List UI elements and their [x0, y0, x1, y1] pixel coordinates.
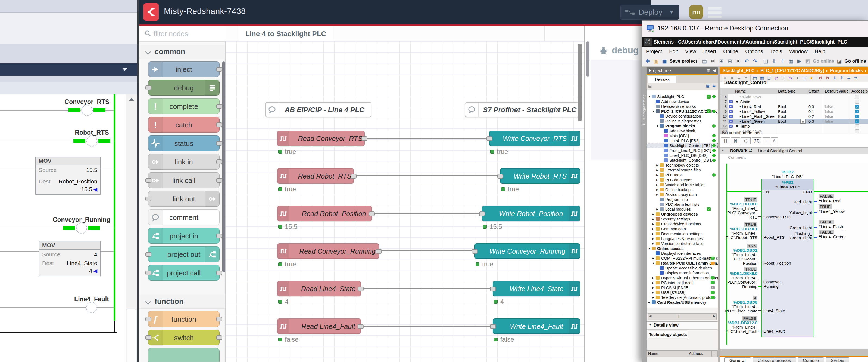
expander-open-icon[interactable]: ▼: [648, 95, 651, 98]
tree-item[interactable]: ▶Ungrouped devices: [647, 212, 718, 217]
flow-wire[interactable]: [354, 175, 500, 176]
flow-wire[interactable]: [365, 138, 489, 139]
input-port[interactable]: [490, 287, 496, 291]
read-node[interactable]: Read Conveyor_Running: [277, 243, 379, 259]
inspector-tab-compile[interactable]: Compile: [798, 357, 824, 362]
expander-closed-icon[interactable]: ▶: [652, 277, 654, 279]
checkbox-empty-icon[interactable]: [855, 124, 859, 128]
project-tree-items[interactable]: ▼Stacklight_PLC✓Add new deviceDevices & …: [647, 90, 718, 308]
editor-toolbar-icon[interactable]: ≋: [853, 75, 859, 81]
ladder-scrollbar-thumb[interactable]: [127, 309, 136, 362]
breadcrumb-item[interactable]: Program blocks: [830, 68, 863, 73]
read-node[interactable]: Read Line4_Fault: [277, 318, 361, 334]
expander-closed-icon[interactable]: ▶: [656, 184, 658, 186]
tree-item[interactable]: ▶Languages & resources: [647, 236, 718, 241]
tree-item[interactable]: ▶Documentation settings: [647, 231, 718, 236]
expander-closed-icon[interactable]: ▶: [652, 218, 654, 220]
expander-closed-icon[interactable]: ▶: [652, 281, 654, 284]
expander-closed-icon[interactable]: ▶: [652, 257, 654, 260]
flow-wire[interactable]: [361, 326, 493, 327]
input-port[interactable]: [145, 85, 151, 90]
tree-horizontal-scrollbar[interactable]: ◀ ▶ |||: [648, 313, 717, 320]
expander-closed-icon[interactable]: ▶: [652, 296, 654, 299]
output-port[interactable]: [216, 335, 222, 340]
write-node[interactable]: Write Conveyor_RTS: [489, 131, 580, 146]
tree-item[interactable]: ▶Cross-device functions: [647, 222, 718, 226]
tree-item[interactable]: ▶COM [RS232/PPI multi-master c...?: [647, 256, 718, 261]
output-port[interactable]: [216, 178, 222, 183]
tag-column-name[interactable]: Name: [734, 88, 776, 94]
monitor-icon[interactable]: ▦: [787, 58, 794, 65]
tag-name-cell[interactable]: ▪ Line4_Red: [734, 104, 776, 109]
tree-item[interactable]: ▶Hyper-V Virtual Ethernet Adapter: [647, 275, 718, 280]
palette-node-link out[interactable]: link out: [148, 191, 220, 206]
tag-datatype-cell[interactable]: Bool: [776, 109, 807, 114]
lad-instruction-button[interactable]: ↱: [771, 137, 778, 144]
panel-splitter[interactable]: [718, 67, 720, 362]
mov-instruction[interactable]: MOVSource4DestLine4_State4◀: [39, 241, 100, 276]
expander-open-icon[interactable]: ▼: [652, 262, 655, 264]
menu-online[interactable]: Online: [723, 49, 738, 54]
start-icon[interactable]: ▶: [796, 58, 803, 65]
output-port[interactable]: [216, 160, 222, 164]
read-node[interactable]: Read Conveyor_RTS: [277, 131, 365, 146]
fb-block[interactable]: %FB2"Line4_PLC"ENENOConveyor_RTSRobot_RT…: [761, 178, 814, 337]
lad-instruction-button[interactable]: -( )-: [741, 137, 751, 144]
flow-canvas[interactable]: AB EIP/CIP - Line 4 PLCS7 Profinet - Sta…: [225, 41, 584, 362]
upload-icon[interactable]: ⇧: [779, 58, 786, 65]
tag-datatype-cell[interactable]: [776, 124, 807, 129]
panel-options-icon[interactable]: ▥: [707, 68, 710, 73]
tree-item[interactable]: ▶Security settings: [647, 217, 718, 222]
read-node[interactable]: Read Robot_RTS: [277, 168, 354, 184]
editor-toolbar-icon[interactable]: ⇓: [832, 75, 837, 81]
undo-icon[interactable]: ↶: [743, 58, 750, 65]
tree-item[interactable]: Display more information: [647, 271, 718, 275]
tag-accessible-cell[interactable]: [850, 99, 868, 104]
save-project-label[interactable]: Save project: [670, 58, 697, 64]
input-port[interactable]: [145, 196, 151, 201]
tag-name-cell[interactable]: ▼ Static: [734, 99, 776, 104]
paste-icon[interactable]: ⊟: [726, 58, 733, 65]
tag-name-cell[interactable]: ▼ Temp: [734, 124, 776, 129]
lad-network-canvas[interactable]: %DB2"Line4_PLC_DB"%FB2"Line4_PLC"ENENOCo…: [720, 163, 868, 349]
flow-wire[interactable]: [361, 288, 493, 289]
expander-closed-icon[interactable]: ▶: [656, 178, 658, 181]
save-icon[interactable]: ▣: [661, 58, 668, 65]
output-port[interactable]: [358, 324, 364, 329]
editor-toolbar-icon[interactable]: ↺: [818, 75, 823, 81]
write-node[interactable]: Write Conveyor_Running: [474, 243, 580, 259]
tag-table-row[interactable]: 11◄▪ Line4_GreenBool▤0.3false✓: [720, 119, 868, 124]
user-avatar[interactable]: rm: [689, 5, 703, 19]
tree-item[interactable]: Add new block: [647, 129, 718, 133]
go-online-label[interactable]: Go online: [813, 58, 834, 64]
comment-node[interactable]: AB EIP/CIP - Line 4 PLC: [265, 102, 372, 117]
input-port[interactable]: [487, 136, 492, 141]
new-project-icon[interactable]: ✚: [644, 58, 651, 65]
write-node[interactable]: Write Line4_Fault: [493, 318, 580, 334]
go-online-icon[interactable]: ◩: [804, 58, 811, 65]
tag-table-row[interactable]: 8◄▪ Line4_RedBool0.0false✓: [720, 104, 868, 109]
palette-node-catch[interactable]: catch!: [148, 117, 220, 133]
palette-category-function[interactable]: function: [140, 295, 225, 309]
tree-item[interactable]: ▶PLC tags: [647, 172, 718, 177]
input-port[interactable]: [497, 174, 503, 178]
tree-item[interactable]: Main [OB1]: [647, 133, 718, 138]
checkbox-checked-icon[interactable]: ✓: [855, 105, 859, 109]
copy-icon[interactable]: ⊞: [718, 58, 724, 65]
output-port[interactable]: [358, 287, 364, 291]
datatype-dropdown-button[interactable]: ▤: [800, 119, 806, 123]
expander-closed-icon[interactable]: ▶: [656, 193, 658, 196]
palette-node-project in[interactable]: project in: [148, 228, 220, 244]
tree-item[interactable]: ▶Watch and force tables: [647, 183, 718, 187]
flow-tab[interactable]: Line 4 to Stacklight PLC: [239, 26, 333, 41]
go-offline-icon[interactable]: ◪: [836, 58, 843, 65]
editor-toolbar-icon[interactable]: ⇆: [787, 75, 793, 81]
collapse-panel-icon[interactable]: ◀: [713, 68, 716, 73]
output-port[interactable]: [376, 249, 382, 254]
editor-toolbar-icon[interactable]: ±: [795, 75, 800, 81]
input-port[interactable]: [145, 271, 151, 275]
input-port[interactable]: [145, 317, 151, 322]
tag-name-cell[interactable]: ▪ <Add new>: [734, 94, 776, 99]
output-port[interactable]: [216, 122, 222, 127]
output-port[interactable]: [216, 317, 222, 322]
